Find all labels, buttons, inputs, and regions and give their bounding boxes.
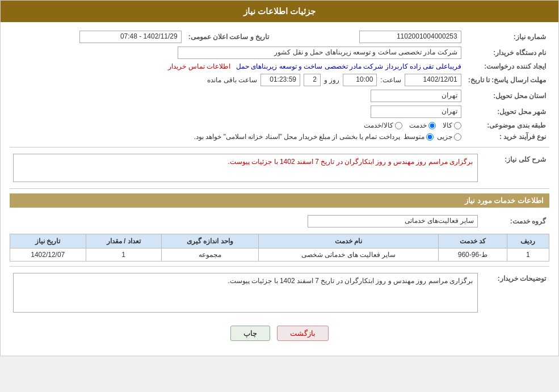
general-desc-box: برگزاری مراسم روز مهندس و روز ابتکارگران… <box>13 154 478 182</box>
buyer-notes-value: برگزاری مراسم روز مهندس و روز ابتکارگران… <box>228 277 473 285</box>
category-option-goods-service: کالا/خدمت <box>364 121 402 129</box>
main-content: شماره نیاز: 1102001004000253 تاریخ و ساع… <box>1 22 558 356</box>
service-group-value: سایر فعالیت‌های خدماتی <box>308 215 478 227</box>
purchase-type-partial: جزیی <box>437 133 461 141</box>
service-group-label: گروه خدمت: <box>481 213 549 229</box>
general-desc-value: برگزاری مراسم روز مهندس و روز ابتکارگران… <box>228 158 473 166</box>
divider-2 <box>10 188 549 189</box>
service-group-table: گروه خدمت: سایر فعالیت‌های خدماتی <box>10 213 549 229</box>
cell-row: 1 <box>507 248 549 262</box>
page-title: جزئیات اطلاعات نیاز <box>243 6 316 16</box>
cell-date: 1402/12/07 <box>10 248 86 262</box>
category-option-service: خدمت <box>409 121 436 129</box>
col-code: کد خدمت <box>439 234 507 248</box>
need-number-label: شماره نیاز: <box>465 29 549 45</box>
col-row: ردیف <box>507 234 549 248</box>
info-table: شماره نیاز: 1102001004000253 تاریخ و ساع… <box>10 29 549 142</box>
announce-label: تاریخ و ساعت اعلان عمومی: <box>185 29 272 45</box>
creator-label: ایجاد کننده درخواست: <box>465 61 549 72</box>
general-desc-label: شرح کلی نیاز: <box>481 152 549 184</box>
purchase-type-label: نوع فرآیند خرید : <box>465 131 549 142</box>
back-button[interactable]: بازگشت <box>277 326 329 341</box>
buyer-notes-label: توضیحات خریدار: <box>481 271 549 314</box>
services-table: ردیف کد خدمت نام خدمت واحد اندازه گیری ت… <box>10 234 549 262</box>
creator-link[interactable]: فریباعلی تقی زاده کاربرداز شرکت مادر تخص… <box>236 62 461 70</box>
need-number-value: 1102001004000253 <box>359 31 461 43</box>
general-desc-cell: برگزاری مراسم روز مهندس و روز ابتکارگران… <box>10 152 481 184</box>
purchase-type-cell: جزیی متوسط پرداخت تمام یا بخشی از مبلغ خ… <box>10 131 465 142</box>
province-value: تهران <box>371 90 461 102</box>
col-date: تاریخ نیاز <box>10 234 86 248</box>
col-unit: واحد اندازه گیری <box>161 234 258 248</box>
city-value: تهران <box>371 106 461 118</box>
province-cell: تهران <box>10 88 465 104</box>
divider-1 <box>10 147 549 147</box>
buyer-notes-table: توضیحات خریدار: برگزاری مراسم روز مهندس … <box>10 271 549 314</box>
bottom-buttons: بازگشت چاپ <box>10 318 549 349</box>
deadline-time-label: ساعت: <box>380 76 401 84</box>
buyer-notes-cell: برگزاری مراسم روز مهندس و روز ابتکارگران… <box>10 271 481 314</box>
table-row: 1 ط-96-960 سایر فعالیت های خدماتی شخصی م… <box>10 248 549 262</box>
cell-code: ط-96-960 <box>439 248 507 262</box>
deadline-days-value: 2 <box>304 74 321 86</box>
col-qty: تعداد / مقدار <box>86 234 161 248</box>
need-number-cell: 1102001004000253 <box>289 29 465 45</box>
services-section-title: اطلاعات خدمات مورد نیاز <box>10 193 549 208</box>
province-label: استان محل تحویل: <box>465 88 549 104</box>
deadline-cell: 1402/12/01 ساعت: 10:00 روز و 2 01:23:59 … <box>10 72 465 88</box>
purchase-type-note: پرداخت تمام یا بخشی از مبلغ خریدار محل "… <box>194 133 400 141</box>
announce-cell: 1402/11/29 - 07:48 <box>10 29 185 45</box>
creator-contact-link[interactable]: اطلاعات تماس خریدار <box>168 62 230 70</box>
col-name: نام خدمت <box>258 234 439 248</box>
announce-value: 1402/11/29 - 07:48 <box>79 31 182 43</box>
deadline-time-value: 10:00 <box>343 74 377 86</box>
deadline-remaining-value: 01:23:59 <box>260 74 300 86</box>
city-label: شهر محل تحویل: <box>465 104 549 120</box>
buyer-org-label: نام دستگاه خریدار: <box>465 45 549 61</box>
page-header: جزئیات اطلاعات نیاز <box>1 1 558 22</box>
cell-unit: مجموعه <box>161 248 258 262</box>
city-cell: تهران <box>10 104 465 120</box>
deadline-remaining-label: ساعت باقی مانده <box>207 76 257 84</box>
general-desc-table: شرح کلی نیاز: برگزاری مراسم روز مهندس و … <box>10 152 549 184</box>
category-cell: کالا خدمت کالا/خدمت <box>10 120 465 131</box>
category-option-goods: کالا <box>443 121 461 129</box>
page-wrapper: جزئیات اطلاعات نیاز شماره نیاز: 11020010… <box>0 0 559 356</box>
cell-qty: 1 <box>86 248 161 262</box>
purchase-type-medium: متوسط <box>404 133 434 141</box>
deadline-date-value: 1402/12/01 <box>405 74 461 86</box>
buyer-org-cell: شرکت مادر تخصصی ساخت و توسعه زیربناهای ح… <box>10 45 465 61</box>
divider-3 <box>10 266 549 267</box>
buyer-org-value: شرکت مادر تخصصی ساخت و توسعه زیربناهای ح… <box>178 47 461 59</box>
deadline-label: مهلت ارسال پاسخ: تا تاریخ: <box>465 72 549 88</box>
buyer-notes-box: برگزاری مراسم روز مهندس و روز ابتکارگران… <box>13 273 478 313</box>
cell-name: سایر فعالیت های خدماتی شخصی <box>258 248 439 262</box>
category-label: طبقه بندی موضوعی: <box>465 120 549 131</box>
creator-cell: فریباعلی تقی زاده کاربرداز شرکت مادر تخص… <box>10 61 465 72</box>
print-button[interactable]: چاپ <box>230 326 270 341</box>
deadline-day-label: روز و <box>324 76 339 84</box>
service-group-cell: سایر فعالیت‌های خدماتی <box>10 213 481 229</box>
